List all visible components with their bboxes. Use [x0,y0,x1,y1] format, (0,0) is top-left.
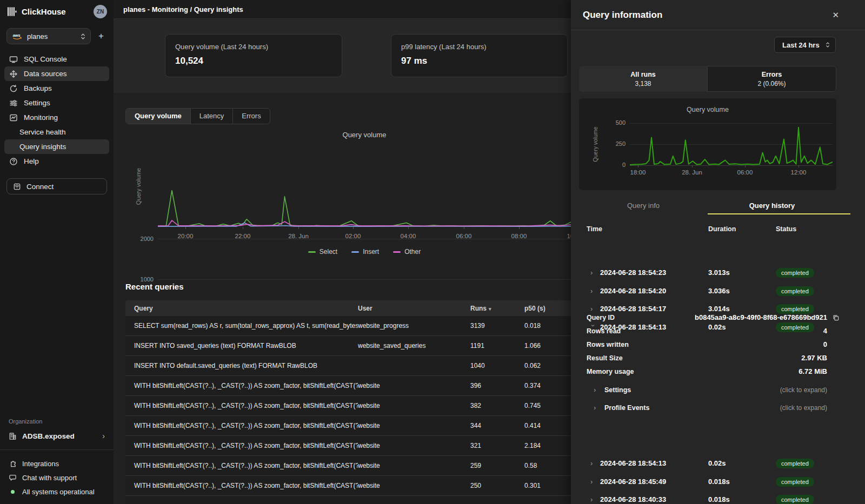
sidebar-item-query-insights[interactable]: Query insights [4,139,109,154]
detail-row: Rows written 0 [571,338,865,351]
y-tick-label: 250 [604,140,626,147]
x-tick-label: 28. Jun [282,233,315,239]
connect-label: Connect [26,183,54,191]
history-duration: 0.02s [708,459,776,467]
mini-chart-card: Query volume Query volume 500 250 0 18:0… [579,98,836,190]
panel-title: Query information [583,10,662,21]
history-row[interactable]: › 2024-06-28 18:45:49 0.018s completed [571,473,865,491]
status-dot-icon [11,490,15,494]
expandable-section[interactable]: › Settings (click to expand) [571,381,865,399]
history-row[interactable]: › 2024-06-28 18:54:20 3.036s completed [571,282,865,300]
close-icon[interactable]: ✕ [832,10,839,20]
detail-value: 2.97 KB [801,354,827,362]
sidebar-item-label: Monitoring [24,113,58,122]
user-avatar[interactable]: ZN [94,5,107,18]
history-row[interactable]: › 2024-06-28 18:40:33 0.018s completed [571,490,865,504]
sidebar-item-monitoring[interactable]: Monitoring [4,110,109,125]
copy-icon[interactable] [833,314,839,321]
expandable-section[interactable]: › Profile Events (click to expand) [571,399,865,416]
chevron-right-icon[interactable]: › [590,287,596,295]
stat-value: 97 ms [401,56,557,66]
segment-label: Errors [762,71,782,78]
query-detail-expandables: › Settings (click to expand) › Profile E… [571,381,865,416]
history-time: 2024-06-28 18:40:33 [600,495,666,503]
query-cell: INSERT INTO saved_queries (text) FORMAT … [125,342,358,350]
segment-errors[interactable]: Errors 2 (0.06%) [707,66,836,92]
time-range-select[interactable]: Last 24 hrs [774,37,836,53]
footer-item-label: Chat with support [22,474,77,482]
y-tick-label: 0 [604,162,626,168]
detail-row: Memory usage 6.72 MiB [571,365,865,378]
detail-label: Rows written [587,341,629,348]
expandable-label: Profile Events [604,404,649,412]
status-badge: completed [776,268,814,278]
x-tick-label: 02:00 [337,233,369,239]
tab-query-history[interactable]: Query history [708,198,836,214]
detail-label: Rows read [587,327,621,335]
column-runs[interactable]: Runs▾ [470,305,524,312]
sidebar-item-chat-support[interactable]: Chat with support [0,471,114,485]
user-cell: website [358,462,470,469]
sidebar-item-sql-console[interactable]: SQL Console [4,52,109,66]
service-selector[interactable]: aws planes [6,28,91,44]
system-status[interactable]: All systems operational [0,485,114,499]
sliders-icon [9,99,18,107]
history-time: 2024-06-28 18:45:49 [600,478,666,486]
monitoring-icon [9,113,18,122]
x-tick [243,227,243,229]
chevron-right-icon[interactable]: › [590,478,596,486]
query-cell: WITH bitShiftLeft(CAST(?..), _CAST(?..))… [125,382,358,389]
sidebar: ClickHouse ZN aws planes + SQL Console [0,0,114,504]
sidebar-item-integrations[interactable]: Integrations [0,456,114,471]
detail-row: Result Size 2.97 KB [571,351,865,365]
x-tick-label: 18:00 [622,169,654,176]
tab-query-info[interactable]: Query info [579,198,708,214]
sort-desc-icon: ▾ [489,306,491,312]
chevron-right-icon[interactable]: › [590,495,596,503]
organization-switcher[interactable]: ADSB.exposed › [0,429,114,442]
legend-item-insert[interactable]: Insert [351,248,379,256]
gridline [158,279,571,280]
chevron-right-icon[interactable]: › [590,459,596,467]
legend-item-other[interactable]: Other [393,248,421,256]
column-user[interactable]: User [358,305,470,312]
x-axis-line [630,165,833,166]
sidebar-item-label: Help [24,157,39,165]
chevron-right-icon[interactable]: › [590,268,596,277]
tab-errors[interactable]: Errors [233,109,269,124]
tab-query-volume[interactable]: Query volume [126,109,191,124]
segment-all-runs[interactable]: All runs 3,138 [579,66,707,92]
tab-latency[interactable]: Latency [191,109,234,124]
expandable-hint: (click to expand) [780,386,827,394]
history-row[interactable]: › 2024-06-28 18:54:13 0.02s completed [571,454,865,473]
add-service-button[interactable]: + [95,31,107,42]
y-axis-label: Query volume [135,168,142,205]
column-time: Time [571,225,708,233]
sidebar-item-settings[interactable]: Settings [4,96,109,110]
detail-row: Query ID b0845aa9-a8c9-49f0-8f68-e678669… [571,311,865,324]
legend-label: Insert [363,248,379,256]
chevron-right-icon: › [102,432,105,440]
sidebar-item-backups[interactable]: Backups [4,81,109,96]
y-tick-label: 500 [604,119,626,126]
chart-title: Query volume [310,131,418,139]
detail-label: Result Size [587,354,623,362]
puzzle-icon [9,460,17,468]
sidebar-item-label: Service health [19,128,66,136]
legend-item-select[interactable]: Select [308,248,337,256]
column-query[interactable]: Query [125,305,358,312]
query-cell: WITH bitShiftLeft(CAST(?..), _CAST(?..))… [125,402,358,409]
sidebar-item-help[interactable]: Help [4,154,109,169]
query-information-panel: Query information ✕ Last 24 hrs All runs… [571,0,865,504]
time-range-value: Last 24 hrs [782,41,820,49]
sidebar-item-service-health[interactable]: Service health [4,125,109,139]
runs-cell: 259 [470,462,524,469]
history-row[interactable]: › 2024-06-28 18:54:23 3.013s completed [571,264,865,282]
sidebar-item-data-sources[interactable]: Data sources [4,66,109,81]
connect-button[interactable]: Connect [6,178,107,194]
mini-query-volume-chart[interactable] [630,123,833,165]
history-time: 2024-06-28 18:54:23 [600,268,666,277]
query-volume-chart[interactable] [158,146,571,227]
query-cell: INSERT INTO default.saved_queries (text)… [125,362,358,369]
x-tick-label: 22:00 [227,233,259,239]
